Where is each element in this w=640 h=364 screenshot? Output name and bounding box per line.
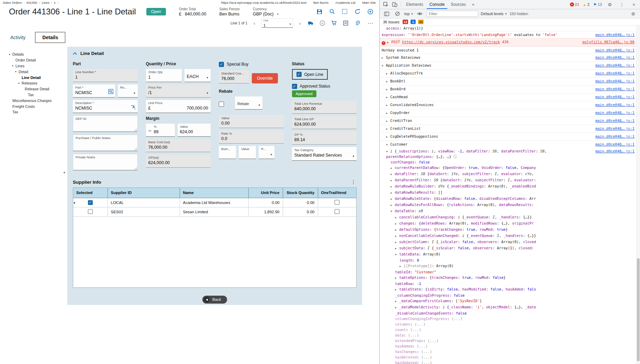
info-issues-chip[interactable]: 1 — [411, 20, 416, 24]
part-search-icon[interactable] — [108, 89, 113, 95]
supplier-name-cell[interactable]: Sesan Limited — [180, 207, 248, 216]
tree-collapse-icon[interactable]: ▾ — [18, 82, 22, 85]
devtools-scrollbar[interactable] — [636, 25, 640, 364]
console-line[interactable]: ▶dataFilter: SB {dataSort: 1Ye, subjectF… — [380, 171, 636, 177]
tree-item-tax[interactable]: Tax — [9, 109, 67, 115]
expand-icon[interactable]: ▶ — [395, 221, 399, 226]
tree-collapse-icon[interactable]: ▾ — [12, 64, 15, 67]
source-link[interactable]: polyfills.967ca40….js:96 — [582, 39, 635, 44]
console-line[interactable]: ▶subjectColumn: I {_isScalar: false, obs… — [380, 239, 636, 245]
source-link[interactable]: main.d0ce048….js:1 — [595, 48, 635, 53]
column-header-stock-quantity[interactable]: Stock Quantity — [283, 188, 318, 198]
console-line[interactable]: main.d0ce048….js:1▶BookDtl — [380, 77, 636, 85]
row-selected-checkbox[interactable] — [88, 209, 93, 214]
column-header-name[interactable]: Name — [180, 188, 248, 198]
approved-status-checkbox[interactable]: ✓ Approved Status — [292, 84, 330, 89]
devtools-menu-icon[interactable]: ⋮ — [618, 1, 626, 8]
inspect-element-icon[interactable] — [382, 1, 390, 8]
line-selector[interactable]: Line 1 ▾ — [261, 18, 293, 28]
tree-item-tax[interactable]: Tax — [9, 92, 67, 98]
error-issues-chip[interactable]: 13 — [403, 20, 408, 24]
eye-icon[interactable] — [416, 10, 424, 18]
current-company[interactable]: Academia Ltd — [335, 1, 355, 4]
console-line[interactable]: ▶_dataModelActivity: i {_className: 'i',… — [380, 304, 636, 310]
current-site[interactable]: Main Site — [362, 1, 376, 4]
expand-icon[interactable]: ▶ — [386, 135, 390, 139]
expand-icon[interactable]: ▶ — [386, 79, 390, 84]
margin-value-field[interactable]: Value 624,00 — [178, 124, 211, 137]
device-toolbar-icon[interactable] — [391, 1, 399, 8]
collapse-icon[interactable]: ▼ — [395, 252, 399, 257]
console-line[interactable]: main.d0ce048….js:1▶CsgDeletePOSuggestion… — [380, 133, 636, 140]
console-line[interactable]: main.d0ce048….js:1▼Application Dataviews — [380, 61, 636, 69]
expand-icon[interactable]: ▶ — [386, 103, 390, 108]
console-line[interactable]: main.d0ce048….js:1▼i {_subscriptions: i,… — [380, 148, 636, 159]
toggle-sidebar-icon[interactable] — [382, 10, 391, 18]
autocomplete-icon[interactable]: A — [319, 20, 326, 26]
bum-field[interactable]: Bum... — [219, 146, 236, 159]
console-line[interactable]: main.d0ce048….js:1▶CreditTranList — [380, 125, 636, 133]
unit-price-field[interactable]: Unit Price £700,000.00 — [146, 100, 211, 113]
console-line[interactable]: ▶cancellableColumnChanging: i {_eventQue… — [380, 214, 636, 220]
console-filter-input[interactable] — [427, 11, 478, 17]
tab-elements[interactable]: Elements — [403, 0, 426, 9]
log-levels-selector[interactable]: Default levels▾ — [481, 12, 507, 16]
tab-sources[interactable]: Sources — [448, 0, 469, 9]
source-link[interactable]: main.d0ce048….js:1 — [595, 71, 635, 76]
tree-collapse-icon[interactable]: ▾ — [15, 70, 19, 73]
tree-item-details[interactable]: ▾Details — [9, 52, 67, 57]
source-link[interactable]: main.d0ce048….js:1 — [595, 94, 635, 99]
tab-details[interactable]: Details — [35, 32, 65, 43]
save-icon[interactable] — [316, 8, 323, 15]
issues-bar[interactable]: 36 Issues: 13122 — [380, 19, 640, 25]
console-line[interactable]: ▶dataParentFilter: SB {dataSort: 1Ye, su… — [380, 177, 636, 183]
more-tabs-icon[interactable]: » — [469, 0, 477, 9]
override-button[interactable]: Override — [252, 73, 278, 83]
expand-icon[interactable]: ▶ — [386, 95, 390, 100]
collapse-icon[interactable]: ▼ — [382, 64, 386, 68]
console-line[interactable]: ▶currentParentDataRow: {OpenOrder: true,… — [380, 165, 636, 171]
multi-select-icon[interactable] — [341, 8, 348, 15]
source-link[interactable]: main.d0ce048….js:1 — [595, 134, 635, 139]
expand-icon[interactable]: ▶ — [391, 172, 395, 177]
private-notes-field[interactable]: Private Notes — [73, 154, 138, 170]
currency-group[interactable]: Currency GBP (Doc)▾ — [253, 7, 278, 16]
expand-icon[interactable]: ▶ — [391, 191, 395, 195]
tree-item-detail[interactable]: ▾Detail — [9, 69, 67, 75]
expand-icon[interactable]: ▶ — [395, 305, 399, 310]
row-selected-checkbox[interactable]: ✓ — [88, 200, 93, 205]
source-link[interactable]: main.d0ce048….js:1 — [595, 142, 635, 147]
console-line[interactable]: ▶dataRowRulesForAllRows: {ruleActions: A… — [380, 202, 636, 208]
supplier-row[interactable]: ▸✓LOCALAcademia Ltd Warehouses0.000.00 — [73, 198, 356, 207]
source-link[interactable]: main.d0ce048….js:1 — [595, 102, 635, 107]
expand-icon[interactable]: ▶ — [391, 184, 395, 189]
part-field[interactable]: Part * NCMISC — [73, 84, 115, 98]
console-settings-icon[interactable]: ⚙ — [629, 10, 637, 18]
refresh-icon[interactable] — [354, 8, 361, 15]
tree-collapse-icon[interactable]: ▾ — [9, 53, 12, 56]
collapse-icon[interactable]: ▼ — [386, 149, 390, 154]
tab-activity[interactable]: Activity — [10, 35, 25, 40]
tab-console[interactable]: Console — [427, 0, 447, 9]
expand-icon[interactable]: ▶ — [391, 178, 395, 183]
supplier-id-cell[interactable]: SES02 — [108, 207, 180, 216]
supplier-name-cell[interactable]: Academia Ltd Warehouses — [180, 198, 248, 207]
issues-flag-badge[interactable]: ⚑13 — [593, 2, 602, 7]
rebate-dropdown[interactable]: Rebate ▾ — [235, 96, 262, 110]
console-line[interactable]: main.d0ce048….js:1▶AllocDepositTrk — [380, 69, 636, 77]
expand-icon[interactable]: ▶ — [400, 264, 404, 269]
console-line[interactable]: main.d0ce048….js:1▶CreditTran — [380, 117, 636, 125]
back-button[interactable]: ◀ Back — [202, 296, 227, 304]
column-header-selected[interactable]: Selected — [73, 188, 108, 198]
special-buy-checkbox[interactable]: ✓ Special Buy — [219, 62, 248, 67]
breadcrumb-item[interactable]: Sales Orders — [3, 1, 22, 4]
console-line[interactable]: ▶tableState: {isDirty: false, hasModifie… — [380, 286, 636, 293]
shipment-truck-icon[interactable] — [307, 20, 314, 26]
uom-dropdown[interactable]: EACH ▾ — [184, 69, 211, 82]
console-line[interactable]: polyfills.967ca40….js:96×▶POST https://d… — [380, 38, 636, 46]
devtools-settings-icon[interactable]: ⚙ — [606, 1, 614, 8]
console-line[interactable]: ▼dataTable: xB — [380, 208, 636, 214]
console-line[interactable]: ▶dataRowRuleState: {disabledRow: false, … — [380, 196, 636, 202]
current-user[interactable]: Ben Burns — [313, 1, 328, 4]
console-line[interactable]: ▶defaultOptions: {trackChanges: true, ro… — [380, 227, 636, 233]
